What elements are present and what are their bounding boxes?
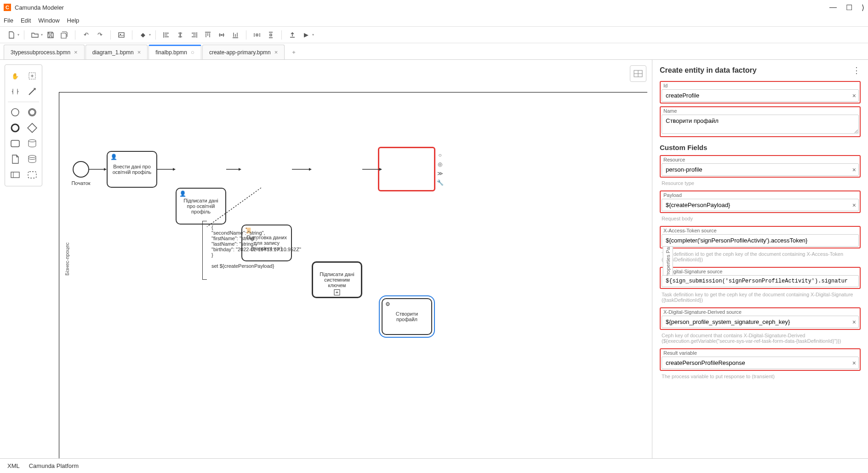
align-right-icon[interactable] xyxy=(188,29,200,41)
tab-finalbp[interactable]: finalbp.bpmn○ xyxy=(148,45,201,59)
pool-icon[interactable] xyxy=(8,167,23,182)
task-create-profile[interactable]: ⚙ Створити профайл xyxy=(382,298,432,335)
new-file-dropdown-icon[interactable]: ▾ xyxy=(17,33,19,37)
svg-point-6 xyxy=(11,124,19,132)
new-file-icon[interactable] xyxy=(6,29,17,41)
tab-create-app-primary[interactable]: create-app-primary.bpmn× xyxy=(202,45,285,59)
minimap-button[interactable] xyxy=(630,65,646,82)
context-wrench-icon[interactable]: 🔧 xyxy=(436,179,444,187)
clear-icon[interactable]: × xyxy=(852,318,856,326)
svg-marker-19 xyxy=(239,168,241,171)
start-event[interactable] xyxy=(73,161,89,178)
xat-input[interactable] xyxy=(662,234,859,247)
task-sign-data[interactable]: 👤 Підписати дані про освітній профіль xyxy=(176,188,226,225)
footer-platform-tab[interactable]: Camunda Platform xyxy=(29,462,79,469)
tab-close-icon[interactable]: × xyxy=(137,49,141,56)
menu-file[interactable]: File xyxy=(4,17,13,24)
properties-panel: Properties Panel Create entity in data f… xyxy=(652,60,868,458)
tab-diagram1[interactable]: diagram_1.bpmn× xyxy=(86,45,148,59)
menu-window[interactable]: Window xyxy=(38,17,59,24)
tab-close-icon[interactable]: × xyxy=(74,49,78,56)
align-middle-icon[interactable] xyxy=(216,29,228,41)
text-annotation[interactable]: { "secondName": "string", "firstName": "… xyxy=(208,223,323,271)
group-icon[interactable] xyxy=(25,167,40,182)
open-file-icon[interactable] xyxy=(29,29,41,41)
menu-edit[interactable]: Edit xyxy=(21,17,31,24)
align-left-icon[interactable] xyxy=(160,29,172,41)
clear-icon[interactable]: × xyxy=(852,92,856,99)
open-file-dropdown-icon[interactable]: ▾ xyxy=(41,33,43,37)
svg-marker-21 xyxy=(309,168,312,171)
hand-tool-icon[interactable]: ✋ xyxy=(8,69,23,83)
svg-rect-7 xyxy=(28,123,37,133)
connect-tool-icon[interactable] xyxy=(25,84,40,99)
align-center-icon[interactable] xyxy=(174,29,186,41)
tab-close-icon[interactable]: × xyxy=(274,49,278,56)
menubar: File Edit Window Help xyxy=(0,15,868,27)
name-label: Name xyxy=(662,108,859,114)
task-enter-data[interactable]: 👤 Внести дані про освітній профіль xyxy=(107,151,157,188)
lasso-tool-icon[interactable] xyxy=(25,69,40,83)
color-icon[interactable]: ◆ xyxy=(137,29,149,41)
tab-label: 3typessubprocess.bpmn xyxy=(11,49,70,56)
undo-icon[interactable]: ↶ xyxy=(80,29,92,41)
tab-dirty-icon[interactable]: ○ xyxy=(191,49,194,56)
xds-input[interactable] xyxy=(662,275,859,287)
context-event-icon[interactable]: ○ xyxy=(436,151,444,159)
save-all-icon[interactable] xyxy=(58,29,70,41)
titlebar: C Camunda Modeler — ☐ ⟩ xyxy=(0,0,868,15)
redo-icon[interactable]: ↷ xyxy=(94,29,106,41)
clear-icon[interactable]: × xyxy=(852,359,856,367)
task-icon[interactable] xyxy=(8,136,23,151)
svg-rect-13 xyxy=(28,172,36,178)
gateway-icon[interactable] xyxy=(25,121,40,135)
subprocess-marker-icon: + xyxy=(334,289,340,295)
align-top-icon[interactable] xyxy=(202,29,214,41)
close-button[interactable]: ⟩ xyxy=(862,3,864,12)
name-input[interactable]: Створити профайл xyxy=(662,115,859,134)
result-input[interactable] xyxy=(662,357,859,369)
footer: XML Camunda Platform xyxy=(0,458,868,473)
result-hint: The process variable to put response to … xyxy=(660,374,861,379)
task-label: Підписати дані системним ключем xyxy=(316,271,358,288)
resource-label: Resource xyxy=(662,157,859,162)
minimize-button[interactable]: — xyxy=(829,3,837,12)
save-icon[interactable] xyxy=(45,29,57,41)
user-task-icon: 👤 xyxy=(110,154,117,160)
footer-xml-tab[interactable]: XML xyxy=(7,462,20,469)
context-end-icon[interactable]: ◎ xyxy=(436,160,444,168)
xdsd-input[interactable] xyxy=(662,316,859,328)
end-event-icon[interactable] xyxy=(8,121,23,135)
start-event-icon[interactable] xyxy=(8,105,23,120)
new-tab-button[interactable]: + xyxy=(286,45,302,59)
payload-input[interactable] xyxy=(662,199,859,211)
image-icon[interactable] xyxy=(115,29,127,41)
upload-icon[interactable] xyxy=(286,29,298,41)
xdsd-hint: Ceph key of document that contains X-Dig… xyxy=(660,333,861,344)
properties-menu-icon[interactable]: ⋮ xyxy=(852,65,861,75)
task-label: Створити профайл xyxy=(385,311,428,322)
id-input[interactable] xyxy=(662,89,859,102)
distribute-v-icon[interactable] xyxy=(265,29,277,41)
align-bottom-icon[interactable] xyxy=(229,29,241,41)
resource-input[interactable] xyxy=(662,163,859,176)
clear-icon[interactable]: × xyxy=(852,166,856,173)
maximize-button[interactable]: ☐ xyxy=(846,3,852,12)
data-object-icon[interactable] xyxy=(8,152,23,167)
play-dropdown-icon[interactable]: ▾ xyxy=(312,33,314,37)
svg-point-5 xyxy=(29,110,35,115)
data-store-icon[interactable] xyxy=(25,136,40,151)
clear-icon[interactable]: × xyxy=(852,202,856,209)
menu-help[interactable]: Help xyxy=(67,17,80,24)
tab-3typessubprocess[interactable]: 3typessubprocess.bpmn× xyxy=(4,45,85,59)
space-tool-icon[interactable] xyxy=(8,84,23,99)
intermediate-event-icon[interactable] xyxy=(25,105,40,120)
data-store-icon-2[interactable] xyxy=(25,152,40,167)
context-chevron-icon[interactable]: ≫ xyxy=(436,169,444,178)
distribute-h-icon[interactable] xyxy=(251,29,263,41)
play-icon[interactable]: ▶ xyxy=(300,29,312,41)
color-dropdown-icon[interactable]: ▾ xyxy=(149,33,151,37)
xat-label: X-Access-Token source xyxy=(662,228,859,233)
canvas[interactable]: ✋ xyxy=(0,60,652,458)
svg-point-9 xyxy=(29,140,36,142)
